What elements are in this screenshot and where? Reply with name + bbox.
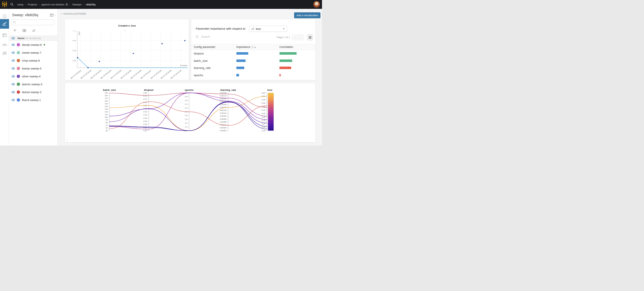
importance-search-input[interactable] xyxy=(201,35,230,38)
importance-table-body: dropout batch_size learning_rate epochs xyxy=(191,50,316,79)
svg-text:160: 160 xyxy=(105,100,108,102)
next-page-button[interactable]: › xyxy=(298,34,304,40)
svg-text:100: 100 xyxy=(105,116,108,118)
run-name[interactable]: fluent-sweep-1 xyxy=(22,98,41,102)
global-search-button[interactable] xyxy=(10,3,14,6)
run-name[interactable]: atomic-sweep-3 xyxy=(22,82,42,86)
unlock-icon xyxy=(66,3,68,6)
parallel-coordinates-chart: batch_size506070809010011012013014015016… xyxy=(65,83,316,142)
run-list-item[interactable]: atomic-sweep-3 xyxy=(9,80,57,88)
run-list-item[interactable]: toasty-sweep-5 xyxy=(9,64,57,72)
importance-bar xyxy=(236,66,244,69)
run-name[interactable]: silver-sweep-4 xyxy=(22,75,40,78)
run-color-dot xyxy=(17,98,20,102)
svg-text:0.45: 0.45 xyxy=(144,114,147,116)
breadcrumb-separator: › xyxy=(70,3,70,6)
eye-visible-icon[interactable] xyxy=(11,67,15,70)
importance-table-row[interactable]: dropout xyxy=(191,50,316,57)
run-running-indicator xyxy=(44,44,45,46)
search-icon xyxy=(196,35,199,38)
visualizations-section-header[interactable]: ▾ VISUALIZATIONS xyxy=(61,12,86,15)
svg-text:1.4: 1.4 xyxy=(185,122,187,124)
group-list-icon[interactable] xyxy=(22,29,26,32)
run-list-item[interactable]: sweet-sweep-7 xyxy=(9,49,57,56)
collapse-caret-icon: ▾ xyxy=(61,13,62,15)
svg-text:0.00080: 0.00080 xyxy=(220,121,226,123)
sidebar-item-controls[interactable] xyxy=(0,48,9,58)
svg-text:140: 140 xyxy=(105,105,108,108)
importance-search-box[interactable] xyxy=(196,35,230,38)
svg-text:0.48: 0.48 xyxy=(262,98,266,101)
sidebar-item-sweeps[interactable] xyxy=(0,40,9,49)
eye-visible-icon[interactable] xyxy=(11,83,15,86)
chevron-right-icon[interactable]: › xyxy=(55,14,56,16)
add-visualization-button[interactable]: Add a visualization xyxy=(294,12,320,18)
run-name[interactable]: sweet-sweep-7 xyxy=(22,51,42,54)
run-color-dot xyxy=(17,67,20,70)
svg-text:0.45: 0.45 xyxy=(72,40,76,42)
eye-visible-icon[interactable] xyxy=(11,99,15,101)
fedora-hat-icon xyxy=(2,42,7,46)
svg-text:0.50: 0.50 xyxy=(72,30,76,32)
svg-text:0.50: 0.50 xyxy=(144,111,147,113)
table-view-icon[interactable] xyxy=(50,14,54,17)
eye-visible-icon[interactable] xyxy=(11,91,15,93)
run-name[interactable]: toasty-sweep-5 xyxy=(22,67,42,70)
svg-text:Created v. loss: Created v. loss xyxy=(118,24,136,27)
search-icon xyxy=(10,3,14,6)
runs-search-input[interactable] xyxy=(17,21,52,24)
metric-dropdown[interactable]: loss ▼ xyxy=(249,26,287,32)
run-name[interactable]: dandy-sweep-8 xyxy=(22,43,42,46)
svg-text:0.00060: 0.00060 xyxy=(220,127,226,129)
svg-text:0.00170: 0.00170 xyxy=(220,95,226,97)
svg-text:0.42: 0.42 xyxy=(262,109,266,111)
breadcrumb-projects[interactable]: Projects xyxy=(28,3,37,6)
run-list-item[interactable]: silver-sweep-4 xyxy=(9,72,57,80)
eye-visible-icon[interactable] xyxy=(11,75,15,78)
svg-text:loss: loss xyxy=(78,32,80,35)
eye-visible-icon[interactable] xyxy=(11,44,15,46)
run-name[interactable]: dulcet-sweep-2 xyxy=(22,90,42,94)
eye-visible-icon[interactable] xyxy=(11,52,15,54)
breadcrumb-project[interactable]: pytorch-cnn-fashion xyxy=(42,3,64,6)
runs-search-box[interactable] xyxy=(11,20,54,25)
panel-menu-button[interactable] xyxy=(307,34,313,40)
run-list-item[interactable]: crisp-sweep-6 xyxy=(9,56,57,64)
filter-icon[interactable] xyxy=(13,30,16,32)
run-name[interactable]: crisp-sweep-6 xyxy=(22,59,40,62)
svg-text:0.40: 0.40 xyxy=(262,112,266,114)
sort-icon[interactable] xyxy=(32,29,36,32)
sliders-icon xyxy=(2,51,7,56)
breadcrumb-sweeps[interactable]: Sweeps xyxy=(72,3,82,6)
prev-page-button[interactable]: ‹ xyxy=(292,34,298,40)
svg-text:130: 130 xyxy=(105,108,108,110)
run-list-item[interactable]: fluent-sweep-1 xyxy=(9,96,57,104)
importance-table-row[interactable]: batch_size xyxy=(191,57,316,64)
svg-text:0.20: 0.20 xyxy=(144,130,147,132)
sidebar-item-table[interactable] xyxy=(0,30,9,40)
svg-text:0.30: 0.30 xyxy=(262,130,266,132)
parallel-coordinates-panel[interactable]: batch_size506070809010011012013014015016… xyxy=(65,83,316,142)
svg-text:epochs: epochs xyxy=(185,88,194,92)
run-list-item[interactable]: dulcet-sweep-2 xyxy=(9,88,57,96)
run-list-item[interactable]: dandy-sweep-8 xyxy=(9,41,57,49)
breadcrumb-user[interactable]: carey xyxy=(17,3,24,6)
column-importance[interactable]: Importance i ▼ xyxy=(236,46,256,48)
eye-visible-icon xyxy=(11,37,15,40)
sidebar-item-charts[interactable] xyxy=(0,19,9,29)
wandb-logo[interactable] xyxy=(0,0,9,9)
runs-name-header[interactable]: Name (8 visualized) xyxy=(9,36,57,41)
config-parameter-name: epochs xyxy=(194,74,203,77)
importance-bar xyxy=(236,60,246,62)
created-vs-loss-panel[interactable]: Created v. loss0.500.450.400.35lossJan 1… xyxy=(65,19,189,80)
left-icon-rail: i xyxy=(0,9,9,146)
svg-text:2.2: 2.2 xyxy=(185,107,187,109)
user-avatar[interactable] xyxy=(313,1,320,8)
importance-table-row[interactable]: learning_rate xyxy=(191,64,316,72)
importance-table-row[interactable]: epochs xyxy=(191,72,316,79)
config-parameter-name: learning_rate xyxy=(194,66,211,70)
breadcrumb-sweep-id[interactable]: v8dil26q xyxy=(86,3,96,6)
importance-panel-title: Parameter importance with respect to xyxy=(196,27,246,30)
svg-text:90: 90 xyxy=(106,119,108,121)
eye-visible-icon[interactable] xyxy=(11,59,15,62)
